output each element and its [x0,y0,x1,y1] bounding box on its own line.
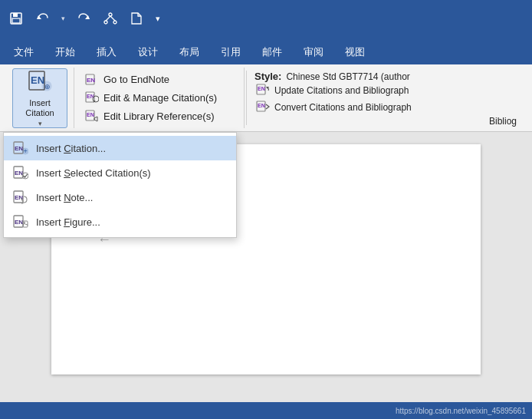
update-icon: EN [256,84,270,97]
tab-file[interactable]: 文件 [3,40,44,64]
dropdown-item-insert-citation[interactable]: EN + Insert Citation... [4,136,236,160]
convert-citations-button[interactable]: EN Convert Citations and Bibliograph [255,99,520,116]
svg-point-39 [24,222,25,223]
dropdown-insert-selected-icon: EN [13,165,28,180]
dropdown-item-insert-selected[interactable]: EN Insert Selected Citation(s) [4,160,236,185]
dropdown-insert-note-icon: EN [13,190,28,205]
edit-library-button[interactable]: EN Edit Library Reference(s) [82,107,238,124]
svg-text:EN: EN [15,219,23,226]
update-citations-label: Update Citations and Bibliograph [274,85,409,96]
svg-line-9 [110,16,115,21]
ribbon-tabs: 文件 开始 插入 设计 布局 引用 邮件 审阅 视图 [0,37,532,64]
biblio-label: Bibliog [255,116,520,127]
tab-references[interactable]: 引用 [210,40,251,64]
dropdown-menu: EN + Insert Citation... EN Insert Select… [3,132,237,238]
tab-layout[interactable]: 布局 [169,40,210,64]
more-icon[interactable]: ▾ [153,12,163,25]
svg-line-8 [106,16,110,21]
convert-icon: EN [256,101,270,114]
svg-text:EN: EN [87,112,94,117]
svg-rect-2 [12,18,20,23]
goto-endnote-label: Go to EndNote [103,74,169,85]
goto-endnote-button[interactable]: EN Go to EndNote [82,71,238,88]
svg-text:EN: EN [258,86,265,91]
svg-text:+: + [24,147,28,155]
statusbar: https://blog.csdn.net/weixin_45895661 [0,402,532,419]
edit-citation-icon: EN [85,91,99,104]
dropdown-insert-figure-icon: EN [13,214,28,229]
dropdown-item-insert-note[interactable]: EN Insert Note... [4,185,236,210]
insert-note-menu-label: Insert Note... [36,192,93,203]
redo-icon[interactable] [74,10,94,27]
tab-mailings[interactable]: 邮件 [251,40,293,64]
edit-citation-label: Edit & Manage Citation(s) [103,92,217,104]
insert-citation-group: EN ⊕ Insert Citation ▾ [6,68,74,128]
tab-design[interactable]: 设计 [127,40,169,64]
style-value: Chinese Std GBT7714 (author [286,71,409,82]
undo-dropdown-icon[interactable]: ▾ [58,13,68,24]
undo-icon[interactable] [32,10,52,27]
svg-point-6 [104,21,107,24]
edit-library-icon: EN [85,109,99,123]
new-doc-icon[interactable] [126,10,146,27]
insert-selected-menu-label: Insert Selected Citation(s) [36,167,151,179]
convert-citations-label: Convert Citations and Bibliograph [274,102,412,113]
edit-manage-citation-button[interactable]: EN Edit & Manage Citation(s) [82,89,238,106]
ribbon-content: EN ⊕ Insert Citation ▾ EN Go to EndNote [0,64,532,132]
insert-citation-icon: EN ⊕ [28,68,52,97]
titlebar: ▾ ▾ [0,0,532,37]
svg-text:EN: EN [87,77,95,84]
svg-point-5 [109,13,112,16]
network-icon[interactable] [100,10,120,27]
ribbon-right: Style: Chinese Std GBT7714 (author EN Up… [248,68,526,128]
endnote-group: EN Go to EndNote EN Edit & Manage Citati… [76,68,245,128]
tab-review[interactable]: 审阅 [293,40,334,64]
dropdown-insert-citation-icon: EN + [13,140,28,156]
svg-point-7 [113,21,117,24]
save-icon[interactable] [6,10,26,27]
edit-library-label: Edit Library Reference(s) [103,111,215,122]
style-label: Style: [255,71,281,82]
svg-text:⊕: ⊕ [44,83,51,91]
svg-rect-1 [13,13,18,17]
style-row: Style: Chinese Std GBT7714 (author [255,71,520,82]
tab-insert[interactable]: 插入 [86,40,127,64]
statusbar-url: https://blog.csdn.net/weixin_45895661 [396,407,526,415]
tab-view[interactable]: 视图 [334,40,376,64]
dropdown-item-insert-figure[interactable]: EN Insert Figure... [4,210,236,234]
insert-citation-button[interactable]: EN ⊕ Insert Citation ▾ [12,68,67,128]
insert-citation-label: Insert Citation [25,98,54,118]
tab-home[interactable]: 开始 [44,40,86,64]
svg-point-18 [93,96,99,102]
insert-figure-menu-label: Insert Figure... [36,216,100,228]
insert-citation-arrow: ▾ [38,120,42,127]
svg-text:EN: EN [258,103,265,108]
goto-endnote-icon: EN [85,73,99,87]
update-citations-button[interactable]: EN Update Citations and Bibliograph [255,82,520,99]
insert-citation-menu-label: Insert Citation... [36,143,106,154]
